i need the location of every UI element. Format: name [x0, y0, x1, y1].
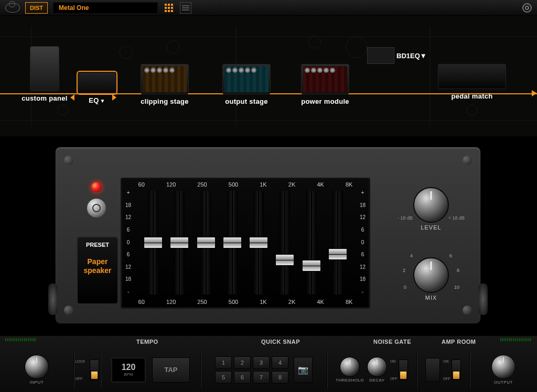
top-bar: DIST Metal One — [0, 0, 537, 16]
input-knob[interactable] — [25, 355, 49, 379]
level-knob[interactable] — [413, 187, 449, 223]
band-labels-top: 601202505001K2K4K8K — [122, 179, 369, 188]
snap-button-3[interactable]: 3 — [253, 356, 270, 369]
snap-button-2[interactable]: 2 — [234, 356, 251, 369]
eq-slider[interactable] — [280, 191, 290, 295]
module-label: clipping stage — [141, 97, 189, 105]
input-label: INPUT — [30, 380, 44, 385]
level-knob-group: LEVEL - 18 dB + 18 dB — [413, 187, 449, 231]
module-label[interactable]: BD1EQ▼ — [396, 52, 427, 60]
bottom-bar: TEMPO QUICK SNAP NOISE GATE AMP ROOM INP… — [0, 335, 537, 392]
svg-point-7 — [467, 105, 477, 115]
grid-view-icon[interactable] — [163, 2, 175, 14]
amp-switch[interactable] — [452, 360, 461, 380]
output-meter — [500, 338, 532, 341]
screw-icon — [463, 156, 472, 165]
module-output-stage[interactable]: output stage — [220, 64, 273, 105]
module-label[interactable]: EQ▼ — [89, 96, 105, 104]
module-eq-bd1[interactable]: BD1EQ▼ — [367, 47, 427, 64]
level-max: + 18 dB — [448, 215, 465, 221]
eq-slider[interactable] — [201, 191, 211, 295]
snap-button-4[interactable]: 4 — [272, 356, 288, 369]
output-label: OUTPUT — [494, 380, 513, 385]
svg-point-4 — [308, 36, 321, 48]
tempo-display[interactable]: 120 BPM — [111, 357, 146, 383]
module-label: power module — [301, 97, 349, 105]
tempo-value: 120 — [122, 363, 136, 372]
rack-handle — [48, 284, 58, 315]
module-thumb — [301, 64, 349, 94]
module-power-module[interactable]: power module — [299, 64, 351, 105]
category-badge[interactable]: DIST — [25, 2, 48, 14]
eq-sliders — [140, 191, 351, 295]
preset-name: Paper speaker — [80, 257, 115, 275]
module-thumb — [30, 46, 59, 91]
eq-slider-area: 601202505001K2K4K8K 601202505001K2K4K8K … — [121, 178, 370, 309]
module-custom-panel[interactable]: custom panel — [18, 46, 71, 102]
section-labels: TEMPO QUICK SNAP NOISE GATE AMP ROOM — [0, 336, 537, 347]
quick-snap-section: 12345678 📷 — [201, 350, 327, 390]
chain-arrow-icon — [532, 90, 537, 96]
signal-chain-area: custom panel EQ▼ clipping stage output s… — [0, 16, 537, 136]
module-label: output stage — [225, 97, 268, 105]
rack-handle — [478, 284, 488, 315]
decay-knob[interactable] — [367, 357, 387, 377]
module-thumb — [367, 47, 394, 64]
power-button[interactable] — [87, 199, 106, 217]
power-led-icon — [91, 182, 102, 192]
preset-header: PRESET — [86, 242, 109, 248]
eq-slider[interactable] — [306, 191, 317, 295]
amp-room-slot[interactable] — [425, 358, 440, 382]
svg-point-6 — [58, 105, 68, 115]
module-thumb — [141, 64, 189, 94]
eq-slider[interactable] — [332, 191, 343, 295]
tempo-section: 120 BPM TAP — [101, 350, 200, 390]
band-labels-bottom: 601202505001K2K4K8K — [122, 297, 369, 305]
chevron-down-icon: ▼ — [100, 98, 105, 104]
tap-button[interactable]: TAP — [152, 357, 190, 383]
level-label: LEVEL — [421, 224, 441, 231]
snap-grid: 12345678 — [215, 356, 288, 384]
module-label: custom panel — [22, 94, 67, 102]
input-section: INPUT — [0, 350, 73, 390]
gate-switch[interactable] — [399, 360, 408, 380]
tempo-unit: BPM — [124, 372, 133, 377]
camera-icon: 📷 — [298, 365, 308, 375]
eq-slider[interactable] — [253, 191, 264, 295]
snapshot-button[interactable]: 📷 — [294, 357, 313, 383]
screw-icon — [64, 156, 73, 165]
svg-point-2 — [120, 46, 132, 59]
module-pedal-match[interactable]: pedal match — [446, 64, 498, 100]
preset-name-field[interactable]: Metal One — [53, 2, 158, 14]
eq-slider[interactable] — [148, 191, 158, 295]
snap-button-5[interactable]: 5 — [215, 371, 232, 384]
snap-button-6[interactable]: 6 — [234, 371, 251, 384]
gear-icon[interactable] — [522, 3, 532, 13]
level-min: - 18 dB — [398, 215, 413, 221]
cloud-icon[interactable] — [5, 3, 20, 13]
chevron-down-icon: ▼ — [420, 52, 427, 60]
lock-switch[interactable] — [90, 360, 99, 380]
screw-icon — [64, 306, 73, 315]
snap-button-1[interactable]: 1 — [215, 356, 232, 369]
threshold-knob[interactable] — [340, 357, 360, 377]
module-clipping-stage[interactable]: clipping stage — [138, 64, 191, 105]
mix-knob[interactable] — [413, 257, 449, 293]
lock-switch-group: LOCKOFF — [74, 350, 100, 390]
snap-button-7[interactable]: 7 — [253, 371, 270, 384]
eq-slider[interactable] — [227, 191, 238, 295]
input-meter — [5, 338, 37, 341]
module-thumb — [438, 64, 506, 89]
preset-display[interactable]: PRESET Paper speaker — [77, 236, 119, 304]
noise-gate-section: THRESHOLD DECAY ONOFF — [327, 350, 416, 390]
module-eq[interactable]: EQ▼ — [71, 72, 123, 104]
module-thumb — [222, 64, 271, 94]
eq-slider[interactable] — [174, 191, 185, 295]
svg-point-3 — [167, 41, 179, 53]
mix-knob-group: MIX 0 2 4 6 8 10 — [413, 257, 449, 301]
svg-point-5 — [346, 37, 367, 58]
output-knob[interactable] — [491, 355, 515, 379]
scale-left: +18126061218- — [125, 190, 131, 295]
list-view-icon[interactable] — [180, 2, 191, 14]
snap-button-8[interactable]: 8 — [272, 371, 288, 384]
